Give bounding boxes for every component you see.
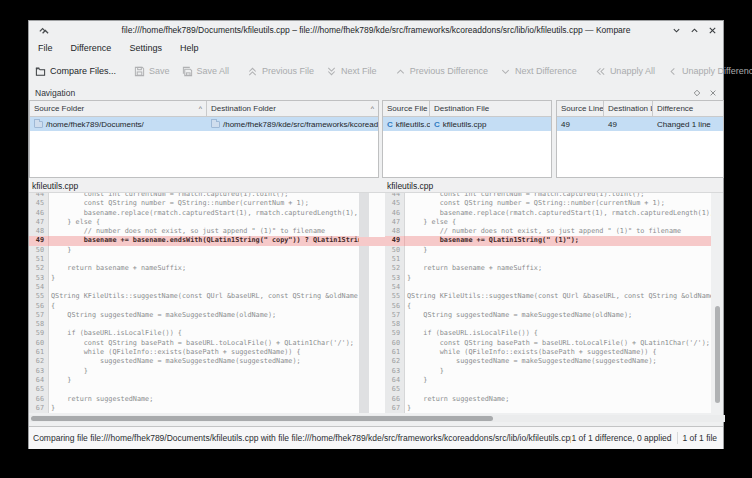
close-panel-icon[interactable] [709,89,717,97]
next-file-button[interactable]: Next File [320,60,383,82]
code-text: while (QFileInfo::exists(basePath + sugg… [49,348,359,357]
line-number: 61 [385,348,405,357]
minimize-icon[interactable] [672,26,681,35]
vertical-scrollbar-thumb[interactable] [715,306,720,403]
line-number: 56 [29,302,49,311]
chevron-down-icon [500,66,511,77]
code-line: 57 QString suggestedName = makeSuggested… [385,311,711,320]
line-number: 59 [385,329,405,338]
diff-pane-headers: kfileutils.cpp kfileutils.cpp [29,180,723,193]
code-line: 63 } [385,367,711,376]
code-text: QString KFileUtils::suggestName(const QU… [49,292,359,301]
line-number: 51 [29,255,49,264]
maximize-icon[interactable] [690,26,699,35]
code-text: } else { [49,218,359,227]
previous-difference-button[interactable]: Previous Difference [389,60,494,82]
column-header-source-folder[interactable]: Source Folder ^ [30,101,207,117]
code-line: 54 [29,283,359,292]
navigation-file-row[interactable]: C kfileutils.c... C kfileutils.cpp [383,117,551,131]
line-number: 57 [29,311,49,320]
column-header-destination-folder[interactable]: Destination Folder ^ [207,101,378,117]
column-header-source-line[interactable]: Source Line ^ [557,101,604,117]
save-all-button[interactable]: Save All [176,60,236,82]
code-text: { [49,302,359,311]
save-button[interactable]: Save [128,60,176,82]
vertical-scrollbar[interactable] [713,193,721,413]
column-header-difference[interactable]: Difference [653,101,723,117]
menu-item-settings[interactable]: Settings [120,43,171,53]
menu-item-file[interactable]: File [29,43,62,53]
code-line: 64 } [385,376,711,385]
column-header-destination-line[interactable]: Destination Line [604,101,653,117]
cpp-file-icon: C [387,120,393,129]
code-text: } [405,376,711,385]
statusbar: Comparing file file:///home/fhek789/Docu… [29,426,723,449]
next-difference-button[interactable]: Next Difference [494,60,583,82]
code-line: 61 while (QFileInfo::exists(basePath + s… [385,348,711,357]
code-line: 55 QString KFileUtils::suggestName(const… [385,292,711,301]
code-text [405,283,711,292]
code-line: 55 QString KFileUtils::suggestName(const… [29,292,359,301]
code-line: 52 return basename + nameSuffix; [385,264,711,273]
horizontal-scrollbar-thumb[interactable] [31,416,493,421]
navigation-folder-row[interactable]: /home/fhek789/Documents/ /home/fhek789/k… [30,117,378,131]
code-line: 57 QString suggestedName = makeSuggested… [29,311,359,320]
code-text: while (QFileInfo::exists(basePath + sugg… [405,348,711,357]
toolbar: Compare Files... Save Save All Previous … [29,57,723,85]
line-number: 64 [385,376,405,385]
line-number: 54 [385,283,405,292]
destination-code-pane[interactable]: 44 const int currentNum = rmatch.capture… [385,193,711,413]
code-text: } [49,376,359,385]
line-number: 66 [385,395,405,404]
line-number: 48 [385,227,405,236]
chevron-up-icon [395,66,406,77]
navigation-line-row[interactable]: 49 49 Changed 1 line [557,117,723,131]
line-number: 58 [385,320,405,329]
kompare-window: file:///home/fhek789/Documents/kfileutil… [28,20,724,449]
close-icon[interactable] [708,26,717,35]
code-line: 53 } [29,274,359,283]
unapply-difference-button[interactable]: Unapply Difference [661,60,752,82]
code-text [405,320,711,329]
code-line: 45 const QString number = QString::numbe… [29,199,359,208]
status-message: Comparing file file:///home/fhek789/Docu… [33,433,571,443]
code-text: if (baseURL.isLocalFile()) { [49,329,359,338]
line-number: 51 [385,255,405,264]
code-line: 51 [385,255,711,264]
chevron-left-icon [667,66,678,77]
code-text: // number does not exist, so just append… [405,227,711,236]
diff-connector-band [359,237,385,246]
code-line: 66 return suggestedName; [385,395,711,404]
float-panel-icon[interactable] [693,89,701,97]
line-number: 60 [385,339,405,348]
code-text: const QString number = QString::number(c… [49,199,359,208]
code-line: 67 } [385,404,711,413]
horizontal-scrollbar[interactable] [29,415,725,422]
line-number: 45 [29,199,49,208]
line-number: 47 [29,218,49,227]
line-number: 49 [385,236,405,245]
column-header-source-file[interactable]: Source File ^ [383,101,430,117]
code-line: 46 basename.replace(rmatch.capturedStart… [385,209,711,218]
code-line: 49 basename += basename.endsWith(QLatin1… [29,236,359,245]
line-number: 59 [29,329,49,338]
menu-item-help[interactable]: Help [171,43,208,53]
navigation-lines-panel: Source Line ^ Destination Line Differenc… [556,100,724,178]
floppy-icon [134,66,145,77]
code-line: 47 } else { [385,218,711,227]
code-line: 67 } [29,404,359,413]
column-header-destination-file[interactable]: Destination File [430,101,551,117]
code-line: 65 [385,385,711,394]
previous-file-button[interactable]: Previous File [241,60,320,82]
titlebar[interactable]: file:///home/fhek789/Documents/kfileutil… [29,21,723,39]
source-code-pane[interactable]: 44 const int currentNum = rmatch.capture… [29,193,359,413]
compare-files-button[interactable]: Compare Files... [29,60,122,82]
code-line: 62 suggestedName = makeSuggestedName(sug… [29,357,359,366]
menu-item-difference[interactable]: Difference [62,43,121,53]
line-number: 57 [385,311,405,320]
code-text [405,255,711,264]
code-text: } [49,246,359,255]
line-number: 52 [29,264,49,273]
line-number: 62 [29,357,49,366]
unapply-all-button[interactable]: Unapply All [589,60,661,82]
